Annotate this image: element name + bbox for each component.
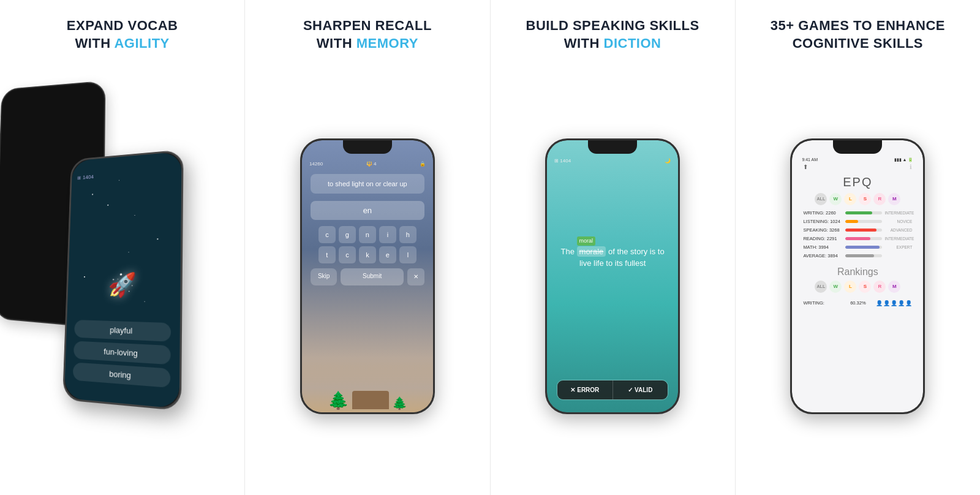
key-t[interactable]: t [318,246,336,263]
input-value: en [363,206,372,215]
math-bar-wrap [845,246,882,249]
average-bar-wrap [845,254,882,257]
error-button[interactable]: ✕ ERROR [557,380,612,399]
key-i[interactable]: i [379,226,396,243]
filter-r[interactable]: R [873,193,886,205]
phone-diction: ⊞ 1404 🌙 The morale moral of the [545,138,680,414]
house-roof [352,391,389,409]
key-k[interactable]: k [359,246,376,263]
score-display: ⊞ 1404 [77,173,94,180]
phone-notch-diction [588,140,637,154]
epq-time: 9:41 AM [802,157,818,162]
rank-label: WRITING: [803,300,840,306]
diction-sentence: The morale moral of the story is to live… [547,246,678,270]
definition-text: to shed light on or clear up [328,180,407,187]
memory-score: 14260 [309,161,323,167]
key-l[interactable]: l [399,246,417,263]
reading-bar [845,237,870,240]
rank-filter-all[interactable]: ALL [815,281,827,293]
stat-speaking: SPEAKING: 3268 ADVANCED [803,227,912,233]
delete-button[interactable]: ✕ [407,268,424,285]
diction-score: ⊞ 1404 [554,158,571,164]
panel-epq: 35+ GAMES TO ENHANCE COGNITIVE SKILLS 9:… [736,0,980,495]
phone-tilted-container: ⊞ 1404 🚀 playful fun-loving boring [6,63,238,489]
panel-memory: SHARPEN RECALL WITH MEMORY 14260 🔱 4 🔒 t… [245,0,489,495]
panel1-title-line1: EXPAND VOCAB [67,18,178,33]
rank-filter-s[interactable]: S [859,281,871,293]
share-icon[interactable]: ⬆ [803,164,808,170]
panel3-title-line1: BUILD SPEAKING SKILLS [526,18,699,33]
definition-box: to shed light on or clear up [311,174,424,194]
filter-all[interactable]: ALL [815,193,827,205]
valid-button[interactable]: ✓ VALID [612,380,668,399]
rocket-icon: 🚀 [108,271,136,298]
rank-filter-w[interactable]: W [829,281,842,293]
average-bar [845,254,874,257]
person-icon-3: 👤 [891,300,897,306]
status-bar-diction: ⊞ 1404 🌙 [547,156,678,166]
phone-memory: 14260 🔱 4 🔒 to shed light on or clear up… [300,138,435,414]
key-c2[interactable]: c [339,246,356,263]
key-g[interactable]: g [339,226,356,243]
panel1-title-highlight: AGILITY [114,36,169,51]
key-e[interactable]: e [379,246,396,263]
person-icon-2: 👤 [883,300,890,306]
letter-keyboard: c g n i h t c k e l [311,226,424,263]
listening-bar [845,220,858,223]
skip-label: Skip [318,273,330,279]
key-c[interactable]: c [318,226,336,243]
diction-moon-icon: 🌙 [665,158,671,164]
panel-agility: EXPAND VOCAB WITH AGILITY [0,0,244,495]
error-button-label: ✕ ERROR [570,387,599,393]
speaking-bar-wrap [845,229,882,232]
listening-bar-wrap [845,220,882,223]
valid-button-label: ✓ VALID [628,387,652,393]
epq-status-bar: 9:41 AM ▮▮▮ ▲ 🔋 [798,157,917,162]
phone-agility: ⊞ 1404 🚀 playful fun-loving boring [62,149,184,411]
status-bar-memory: 14260 🔱 4 🔒 [302,159,433,169]
key-n[interactable]: n [359,226,376,243]
filter-l[interactable]: L [844,193,856,205]
person-icon-1: 👤 [876,300,883,306]
phone-notch-memory [343,140,392,154]
tree-icon: 🌲 [328,392,349,409]
tree-icon-2: 🌲 [392,397,407,409]
filter-m[interactable]: M [888,193,900,205]
word-input[interactable]: en [311,201,424,220]
skip-button[interactable]: Skip [311,268,337,285]
phone-epq: 9:41 AM ▮▮▮ ▲ 🔋 ⬆ ℹ EPQ ALL W L S R M [790,138,925,414]
sentence-prefix: The [561,247,577,256]
stat-reading: READING: 2291 INTERMEDIATE [803,236,912,241]
writing-bar-wrap [845,211,882,214]
phone-diction-container: ⊞ 1404 🌙 The morale moral of the [497,63,729,489]
filter-w[interactable]: W [829,193,842,205]
stat-math: MATH: 3994 EXPERT [803,244,912,250]
rank-icons: 👤 👤 👤 👤 👤 [876,300,912,306]
speaking-bar [845,229,876,232]
rankings-filter-row: ALL W L S R M [798,281,917,293]
rank-filter-m[interactable]: M [888,281,900,293]
panel3-title-highlight: DICTION [604,36,662,51]
stats-container: WRITING: 2260 INTERMEDIATE LISTENING: 10… [798,210,917,262]
rank-filter-l[interactable]: L [844,281,856,293]
key-h[interactable]: h [399,226,417,243]
reading-bar-wrap [845,237,882,240]
action-buttons: Skip Submit ✕ [311,268,424,285]
panel3-title-line2: WITH [564,36,604,51]
panel4-title: 35+ GAMES TO ENHANCE COGNITIVE SKILLS [771,17,945,52]
epq-filter-row: ALL W L S R M [798,193,917,205]
panel4-title-line2: COGNITIVE SKILLS [793,36,923,51]
submit-button[interactable]: Submit [341,268,404,285]
person-icon-4: 👤 [898,300,905,306]
filter-s[interactable]: S [859,193,871,205]
panel2-title-highlight: MEMORY [356,36,418,51]
keyboard-row-2: t c k e l [311,246,424,263]
phone-epq-screen: 9:41 AM ▮▮▮ ▲ 🔋 ⬆ ℹ EPQ ALL W L S R M [792,140,923,412]
stat-writing: WRITING: 2260 INTERMEDIATE [803,210,912,216]
rank-filter-r[interactable]: R [873,281,886,293]
panel-diction: BUILD SPEAKING SKILLS WITH DICTION ⊞ 140… [491,0,735,495]
epq-app-title: EPQ [798,175,917,189]
info-icon[interactable]: ℹ [910,164,912,170]
word-error-container: morale moral [577,246,606,258]
diction-action-buttons: ✕ ERROR ✓ VALID [557,380,668,400]
